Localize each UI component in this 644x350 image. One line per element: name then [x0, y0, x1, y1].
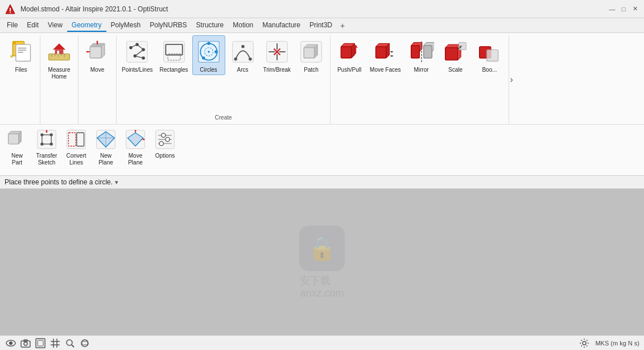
mirror-label: Mirror — [414, 67, 428, 73]
menu-geometry[interactable]: Geometry — [67, 19, 106, 32]
move-faces-label: Move Faces — [370, 67, 401, 73]
move-plane-button[interactable]: MovePlane — [121, 125, 150, 175]
frame-icon[interactable] — [34, 337, 47, 349]
svg-rect-19 — [90, 47, 101, 58]
status-icons — [5, 337, 91, 349]
svg-rect-88 — [38, 130, 56, 149]
ribbon-group-files: Files — [2, 35, 40, 124]
svg-marker-70 — [391, 51, 394, 53]
svg-point-121 — [9, 341, 13, 345]
svg-rect-78 — [445, 48, 457, 60]
boo-button[interactable]: Boo... — [473, 35, 506, 75]
points-lines-button[interactable]: Points/Lines — [119, 35, 155, 75]
options-label: Options — [155, 153, 175, 159]
push-pull-icon — [336, 38, 363, 65]
hint-dropdown[interactable]: ▾ — [115, 179, 118, 186]
ribbon-items-create: Points/Lines Rectangles — [119, 35, 328, 112]
svg-marker-72 — [391, 55, 394, 57]
svg-point-2 — [10, 12, 11, 13]
arcs-button[interactable]: Arcs — [226, 35, 259, 75]
ribbon-row2: NewPart Transfe — [0, 124, 644, 175]
menu-print3d[interactable]: Print3D — [305, 19, 337, 32]
window-controls: — □ ✕ — [608, 5, 639, 14]
svg-point-131 — [67, 340, 72, 345]
svg-rect-125 — [36, 339, 45, 348]
move-button[interactable]: Move — [81, 35, 114, 75]
svg-point-115 — [162, 133, 166, 137]
status-bar: MKS (m kg N s) — [0, 335, 644, 350]
patch-label: Patch — [304, 67, 319, 73]
boo-label: Boo... — [482, 67, 497, 73]
circles-icon — [195, 38, 222, 65]
menu-file[interactable]: File — [2, 19, 22, 32]
menu-manufacture[interactable]: Manufacture — [258, 19, 305, 32]
window-title: Model.stmod - Altair Inspire 2021.0.1 - … — [20, 5, 168, 13]
files-button[interactable]: Files — [5, 35, 38, 75]
move-plane-label: MovePlane — [128, 153, 143, 166]
scale-icon — [442, 38, 469, 65]
maximize-button[interactable]: □ — [619, 5, 628, 14]
hint-bar: Place three points to define a circle. ▾ — [0, 176, 644, 189]
eye-icon[interactable] — [5, 337, 17, 349]
search-icon[interactable] — [64, 337, 76, 349]
svg-rect-134 — [82, 341, 88, 345]
push-pull-label: Push/Pull — [337, 67, 361, 73]
menu-polynurbs[interactable]: PolyNURBS — [145, 19, 191, 32]
points-lines-icon — [123, 38, 151, 65]
patch-icon — [298, 38, 325, 65]
menu-add[interactable]: + — [337, 19, 348, 32]
move-plane-icon — [123, 127, 147, 151]
menu-bar: File Edit View Geometry PolyMesh PolyNUR… — [0, 18, 644, 33]
new-part-icon — [5, 127, 29, 151]
menu-polymesh[interactable]: PolyMesh — [106, 19, 146, 32]
menu-edit[interactable]: Edit — [22, 19, 43, 32]
svg-rect-84 — [486, 50, 498, 61]
measure-home-button[interactable]: MeasureHome — [43, 35, 76, 82]
camera-icon[interactable] — [19, 337, 32, 349]
scale-button[interactable]: Scale — [439, 35, 472, 75]
new-plane-button[interactable]: NewPlane — [91, 125, 121, 175]
menu-view[interactable]: View — [43, 19, 67, 32]
convert-lines-label: ConvertLines — [66, 153, 86, 166]
close-button[interactable]: ✕ — [630, 5, 639, 14]
new-part-label: NewPart — [11, 153, 23, 166]
patch-button[interactable]: Patch — [295, 35, 328, 75]
new-part-button[interactable]: NewPart — [2, 125, 32, 175]
transfer-sketch-button[interactable]: TransferSketch — [32, 125, 61, 175]
ribbon-group-create: Points/Lines Rectangles — [117, 35, 331, 124]
circles-button[interactable]: Circles — [192, 35, 225, 75]
mirror-button[interactable]: Mirror — [405, 35, 438, 75]
ribbon-items-measure: MeasureHome — [43, 35, 76, 122]
rectangles-button[interactable]: Rectangles — [156, 35, 191, 75]
circles-label: Circles — [200, 67, 217, 73]
boo-icon — [476, 38, 503, 65]
svg-rect-73 — [411, 46, 419, 58]
menu-motion[interactable]: Motion — [228, 19, 258, 32]
convert-lines-button[interactable]: ConvertLines — [61, 125, 91, 175]
title-bar: Model.stmod - Altair Inspire 2021.0.1 - … — [0, 0, 644, 18]
menu-structure[interactable]: Structure — [192, 19, 229, 32]
grid-icon[interactable] — [49, 337, 61, 349]
main-area: Place three points to define a circle. ▾… — [0, 176, 644, 335]
svg-point-133 — [81, 340, 88, 347]
svg-rect-7 — [18, 52, 23, 53]
move-faces-button[interactable]: Move Faces — [367, 35, 403, 75]
trim-break-button[interactable]: Trim/Break — [261, 35, 294, 75]
ribbon-group-move: Move — [79, 35, 117, 124]
shapes-icon[interactable] — [79, 337, 91, 349]
settings-icon[interactable] — [578, 337, 591, 349]
files-label: Files — [15, 67, 27, 73]
title-bar-left: Model.stmod - Altair Inspire 2021.0.1 - … — [5, 3, 168, 15]
svg-rect-18 — [57, 51, 59, 54]
svg-marker-8 — [13, 42, 15, 45]
minimize-button[interactable]: — — [608, 5, 617, 14]
svg-point-135 — [583, 341, 586, 345]
svg-point-45 — [202, 56, 205, 60]
push-pull-button[interactable]: Push/Pull — [333, 35, 366, 75]
svg-rect-75 — [423, 46, 432, 58]
ribbon-group-measure: MeasureHome — [40, 35, 79, 124]
options-button[interactable]: Options — [150, 125, 180, 175]
svg-point-48 — [249, 57, 252, 61]
ribbon-scroll-right[interactable]: › — [509, 35, 514, 124]
status-right: MKS (m kg N s) — [578, 337, 639, 349]
